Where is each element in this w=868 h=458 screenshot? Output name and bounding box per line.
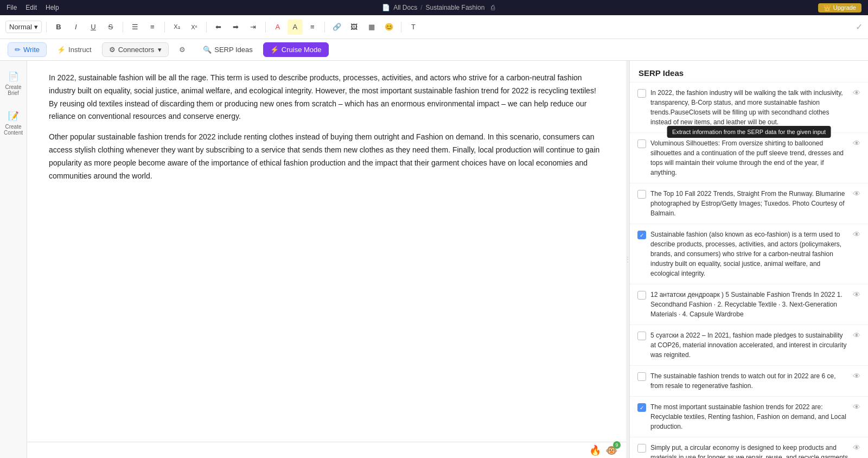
write-icon: ✏ bbox=[15, 46, 21, 54]
italic-button[interactable]: I bbox=[68, 20, 84, 35]
serp-item-text: 12 антатски дендроарк ) 5 Sustainable Fa… bbox=[650, 290, 848, 319]
check-icon: ✓ bbox=[856, 22, 863, 32]
paragraph-2: Other popular sustainable fashion trends… bbox=[49, 131, 604, 182]
strikethrough-button[interactable]: S bbox=[103, 20, 118, 35]
font-color-button[interactable]: A bbox=[270, 20, 285, 35]
serp-eye-icon[interactable]: 👁 bbox=[853, 88, 860, 97]
table-button[interactable]: ▦ bbox=[364, 20, 379, 35]
indent-button[interactable]: ⇥ bbox=[246, 20, 261, 35]
serp-checkbox[interactable]: ✓ bbox=[637, 403, 646, 412]
superscript-button[interactable]: Xⁿ bbox=[187, 20, 202, 35]
align-left-button[interactable]: ⬅ bbox=[211, 20, 226, 35]
link-button[interactable]: 🔗 bbox=[329, 20, 344, 35]
serp-eye-icon[interactable]: 👁 bbox=[853, 443, 860, 452]
underline-button[interactable]: U bbox=[86, 20, 101, 35]
action-tabs-bar: ✏ Write ⚡ Instruct ⚙ Connectors ▾ ⚙ 🔍 SE… bbox=[0, 39, 868, 61]
serp-checkbox[interactable] bbox=[637, 372, 646, 381]
align-center-button[interactable]: ≡ bbox=[305, 20, 320, 35]
upgrade-button[interactable]: 👑 Upgrade bbox=[818, 3, 861, 12]
share-icon[interactable]: ⎙ bbox=[491, 4, 495, 11]
breadcrumb-separator: / bbox=[420, 4, 422, 11]
menu-edit[interactable]: Edit bbox=[25, 4, 37, 11]
serp-checkbox[interactable] bbox=[637, 332, 646, 340]
tab-cruise-mode[interactable]: ⚡ Cruise Mode bbox=[263, 42, 329, 57]
tab-settings[interactable]: ⚙ bbox=[172, 42, 193, 57]
badge-count: 9 bbox=[613, 441, 621, 449]
serp-checkbox[interactable] bbox=[637, 89, 646, 98]
breadcrumb-alldocs[interactable]: All Docs bbox=[393, 4, 417, 11]
formatting-toolbar: Normal ▾ B I U S ☰ ≡ X₂ Xⁿ ⬅ ➡ ⇥ A A ≡ 🔗… bbox=[0, 15, 868, 39]
highlight-button[interactable]: A bbox=[288, 20, 303, 35]
menu-bar: File Edit Help bbox=[7, 4, 59, 11]
tab-serp-ideas[interactable]: 🔍 SERP Ideas bbox=[196, 42, 260, 57]
unordered-list-button[interactable]: ≡ bbox=[145, 20, 160, 35]
serp-item[interactable]: ✓Sustainable fashion (also known as eco-… bbox=[630, 224, 868, 284]
clear-format-button[interactable]: T bbox=[406, 20, 421, 35]
serp-item-text: Sustainable fashion (also known as eco-f… bbox=[650, 230, 848, 278]
serp-eye-icon[interactable]: 👁 bbox=[853, 189, 860, 198]
connectors-dropdown-icon: ▾ bbox=[158, 46, 162, 54]
top-bar: File Edit Help 📄 All Docs / Sustainable … bbox=[0, 0, 868, 15]
sidebar-item-create-content[interactable]: 📝 Create Content bbox=[0, 107, 27, 138]
serp-item[interactable]: In 2022, the fashion industry will be wa… bbox=[630, 82, 868, 133]
right-panel: SERP Ideas Extract information from the … bbox=[629, 61, 868, 458]
separator-7 bbox=[401, 22, 401, 33]
serp-checkbox[interactable] bbox=[637, 291, 646, 300]
style-selector[interactable]: Normal ▾ bbox=[5, 21, 42, 33]
tab-instruct[interactable]: ⚡ Instruct bbox=[50, 42, 99, 57]
paragraph-1: In 2022, sustainable fashion will be all… bbox=[49, 72, 604, 123]
serp-eye-icon[interactable]: 👁 bbox=[853, 290, 860, 299]
create-content-icon: 📝 bbox=[7, 109, 20, 122]
emoji-button[interactable]: 😊 bbox=[381, 20, 397, 35]
tab-connectors[interactable]: ⚙ Connectors ▾ bbox=[102, 42, 169, 57]
instruct-icon: ⚡ bbox=[57, 46, 66, 54]
serp-item-text: In 2022, the fashion industry will be wa… bbox=[650, 88, 848, 127]
serp-checkbox[interactable] bbox=[637, 139, 646, 148]
serp-item[interactable]: ✓The most important sustainable fashion … bbox=[630, 397, 868, 437]
serp-item-text: The most important sustainable fashion t… bbox=[650, 402, 848, 431]
serp-item[interactable]: The sustainable fashion trends to watch … bbox=[630, 366, 868, 397]
serp-item[interactable]: Simply put, a circular economy is design… bbox=[630, 437, 868, 458]
tab-write[interactable]: ✏ Write bbox=[8, 42, 47, 57]
serp-eye-icon[interactable]: 👁 bbox=[853, 372, 860, 380]
serp-item-text: Voluminous Silhouettes: From oversize sh… bbox=[650, 138, 848, 177]
fire-icon: 🔥 bbox=[589, 444, 601, 456]
serp-checkbox[interactable] bbox=[637, 444, 646, 453]
breadcrumb-current: Sustainable Fashion bbox=[426, 4, 485, 11]
bold-button[interactable]: B bbox=[51, 20, 66, 35]
serp-eye-icon[interactable]: 👁 bbox=[853, 403, 860, 411]
serp-icon: 🔍 bbox=[203, 46, 212, 54]
separator-1 bbox=[46, 22, 47, 33]
serp-item[interactable]: The Top 10 Fall 2022 Trends, Straight Fr… bbox=[630, 183, 868, 224]
sidebar-item-create-brief[interactable]: 📄 Create Brief bbox=[0, 67, 27, 98]
serp-list: In 2022, the fashion industry will be wa… bbox=[630, 82, 868, 458]
left-sidebar: 📄 Create Brief 📝 Create Content bbox=[0, 61, 27, 458]
menu-file[interactable]: File bbox=[7, 4, 17, 11]
ordered-list-button[interactable]: ☰ bbox=[127, 20, 143, 35]
subscript-button[interactable]: X₂ bbox=[169, 20, 184, 35]
right-panel-header-wrapper: SERP Ideas Extract information from the … bbox=[630, 61, 868, 82]
serp-item[interactable]: 5 суатски а 2022 – In 2021, fashion made… bbox=[630, 325, 868, 366]
editor-area: In 2022, sustainable fashion will be all… bbox=[27, 61, 626, 458]
separator-6 bbox=[324, 22, 325, 33]
serp-eye-icon[interactable]: 👁 bbox=[853, 230, 860, 239]
main-layout: 📄 Create Brief 📝 Create Content In 2022,… bbox=[0, 61, 868, 458]
serp-checkbox[interactable]: ✓ bbox=[637, 231, 646, 239]
menu-help[interactable]: Help bbox=[46, 4, 59, 11]
image-button[interactable]: 🖼 bbox=[347, 20, 362, 35]
align-right-button[interactable]: ➡ bbox=[228, 20, 244, 35]
serp-eye-icon[interactable]: 👁 bbox=[853, 139, 860, 148]
chevron-down-icon: ▾ bbox=[34, 23, 38, 31]
serp-item-text: 5 суатски а 2022 – In 2021, fashion made… bbox=[650, 330, 848, 360]
serp-checkbox[interactable] bbox=[637, 190, 646, 199]
editor-content[interactable]: In 2022, sustainable fashion will be all… bbox=[27, 61, 626, 442]
serp-ideas-title: SERP Ideas bbox=[630, 61, 868, 82]
breadcrumb: 📄 All Docs / Sustainable Fashion ⎙ bbox=[382, 4, 495, 11]
serp-item-text: The sustainable fashion trends to watch … bbox=[650, 371, 848, 391]
separator-2 bbox=[123, 22, 123, 33]
separator-3 bbox=[164, 22, 165, 33]
serp-item[interactable]: Voluminous Silhouettes: From oversize sh… bbox=[630, 133, 868, 183]
serp-item[interactable]: 12 антатски дендроарк ) 5 Sustainable Fa… bbox=[630, 284, 868, 325]
create-brief-icon: 📄 bbox=[7, 69, 20, 82]
serp-eye-icon[interactable]: 👁 bbox=[853, 331, 860, 340]
